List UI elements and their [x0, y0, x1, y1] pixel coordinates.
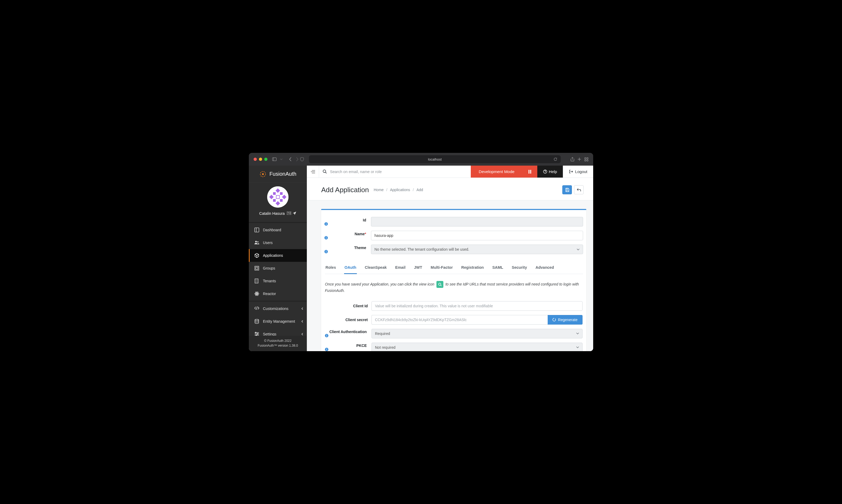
help-icon: [543, 169, 547, 174]
oauth-info-text: Once you have saved your Application, yo…: [325, 281, 583, 294]
svg-rect-5: [587, 158, 588, 159]
svg-point-26: [255, 241, 257, 242]
reactor-icon: [254, 291, 259, 296]
info-icon[interactable]: [324, 222, 367, 226]
name-input[interactable]: [371, 231, 583, 240]
page-title: Add Application: [321, 186, 369, 194]
sidebar-collapse-button[interactable]: [307, 166, 319, 178]
url-bar[interactable]: localhost: [309, 155, 561, 163]
chevron-left-icon: [302, 320, 303, 323]
nav-back-icon[interactable]: [288, 157, 292, 161]
sidebar-item-entity-management[interactable]: Entity Management: [249, 315, 307, 328]
crumb-applications[interactable]: Applications: [390, 188, 410, 192]
sidebar-item-applications[interactable]: Applications: [249, 249, 307, 262]
avatar[interactable]: [267, 186, 289, 208]
svg-point-49: [256, 335, 257, 336]
svg-rect-79: [327, 349, 327, 350]
share-icon[interactable]: [570, 157, 574, 161]
info-icon[interactable]: [325, 334, 368, 337]
browser-title-bar: localhost: [249, 153, 593, 166]
tab-multi-factor[interactable]: Multi-Factor: [430, 262, 453, 274]
svg-rect-22: [289, 213, 291, 213]
tab-content-oauth: Once you have saved your Application, yo…: [324, 274, 583, 351]
svg-rect-20: [287, 212, 291, 215]
sidebar-item-settings[interactable]: Settings: [249, 328, 307, 336]
regenerate-button[interactable]: Regenerate: [548, 315, 583, 325]
info-icon[interactable]: [324, 250, 367, 253]
search-field[interactable]: [319, 166, 471, 178]
client-secret-label: Client secret: [345, 318, 368, 322]
chevron-left-icon: [302, 333, 303, 336]
window-minimize-button[interactable]: [259, 158, 262, 161]
sidebar-item-dashboard[interactable]: Dashboard: [249, 223, 307, 236]
sidebar-item-customizations[interactable]: Customizations: [249, 302, 307, 315]
tab-email[interactable]: Email: [395, 262, 406, 274]
view-icon-button[interactable]: [436, 281, 443, 288]
tab-advanced[interactable]: Advanced: [535, 262, 554, 274]
chevron-down-icon[interactable]: [279, 157, 283, 161]
location-arrow-icon[interactable]: [293, 212, 296, 215]
chevron-down-icon: [577, 249, 580, 250]
svg-rect-63: [326, 223, 327, 225]
back-button[interactable]: [574, 185, 584, 194]
svg-point-73: [552, 318, 556, 321]
privacy-shield-icon[interactable]: [300, 157, 304, 161]
pkce-label: PKCE: [356, 343, 367, 348]
window-zoom-button[interactable]: [264, 158, 268, 161]
theme-select[interactable]: No theme selected. The tenant configurat…: [371, 245, 583, 254]
client-id-input: [372, 301, 583, 311]
client-auth-select[interactable]: Required: [372, 329, 583, 338]
tab-security[interactable]: Security: [511, 262, 528, 274]
crumb-home[interactable]: Home: [374, 188, 383, 192]
info-icon[interactable]: [324, 236, 367, 239]
regenerate-label: Regenerate: [558, 318, 578, 322]
sidebar-item-reactor[interactable]: Reactor: [249, 287, 307, 300]
theme-label: Theme: [354, 246, 366, 250]
id-card-icon[interactable]: [287, 212, 291, 215]
sidebar-item-groups[interactable]: Groups: [249, 262, 307, 275]
tab-cleanspeak[interactable]: CleanSpeak: [364, 262, 387, 274]
svg-rect-61: [566, 190, 568, 192]
sidebar-item-label: Groups: [263, 266, 275, 270]
oauth-info-before: Once you have saved your Application, yo…: [325, 282, 434, 286]
sidebar-item-label: Users: [263, 240, 273, 245]
tab-grid-icon[interactable]: [584, 157, 588, 161]
reload-icon[interactable]: [553, 157, 557, 161]
client-auth-value: Required: [375, 331, 390, 336]
search-input[interactable]: [330, 169, 467, 174]
new-tab-icon[interactable]: [577, 157, 582, 161]
svg-point-70: [326, 250, 327, 251]
profile-block: Catalin Hasura: [249, 183, 307, 221]
brand[interactable]: FusionAuth: [249, 166, 307, 183]
svg-rect-0: [273, 158, 276, 161]
svg-point-80: [327, 348, 327, 349]
logout-label: Logout: [575, 169, 587, 174]
logout-button[interactable]: Logout: [563, 166, 593, 178]
copyright-text: © FusionAuth 2022: [251, 338, 305, 343]
sidebar-item-label: Reactor: [263, 292, 276, 296]
tenants-icon: [254, 278, 259, 283]
pause-button[interactable]: [522, 166, 537, 178]
nav-forward-icon[interactable]: [295, 157, 299, 161]
version-text: FusionAuth™ version 1.38.0: [251, 343, 305, 348]
svg-rect-56: [530, 170, 531, 174]
info-icon[interactable]: [325, 348, 368, 351]
svg-point-53: [323, 170, 326, 173]
brand-logo-icon: [259, 170, 267, 178]
sidebar-toggle-icon[interactable]: [272, 157, 276, 161]
chevron-down-icon: [576, 346, 579, 348]
tab-jwt[interactable]: JWT: [414, 262, 423, 274]
svg-point-77: [327, 335, 327, 335]
tab-roles[interactable]: Roles: [325, 262, 337, 274]
window-close-button[interactable]: [254, 158, 257, 161]
tab-registration[interactable]: Registration: [461, 262, 484, 274]
tab-oauth[interactable]: OAuth: [344, 262, 357, 274]
tab-saml[interactable]: SAML: [492, 262, 504, 274]
help-button[interactable]: Help: [537, 166, 563, 178]
development-mode-banner[interactable]: Development Mode: [471, 166, 522, 178]
svg-point-38: [256, 293, 257, 294]
pkce-select[interactable]: Not required: [372, 343, 583, 351]
sidebar-item-users[interactable]: Users: [249, 236, 307, 249]
save-button[interactable]: [562, 185, 572, 194]
sidebar-item-tenants[interactable]: Tenants: [249, 275, 307, 287]
